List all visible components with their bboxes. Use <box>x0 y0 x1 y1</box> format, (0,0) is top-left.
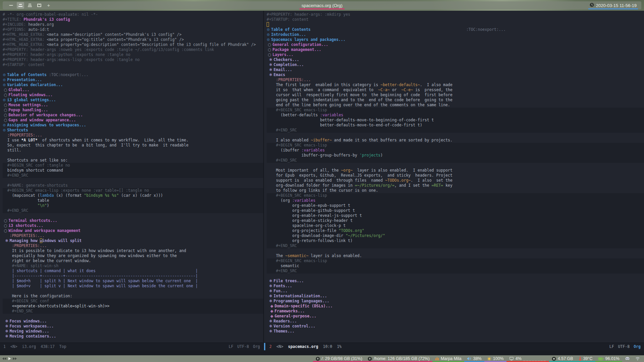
buffer-line[interactable]: So, expect this chapter to be a bit long… <box>3 143 263 148</box>
buffer-line[interactable]: for Epub exports, Github, Reveal.JS expo… <box>267 173 644 178</box>
right-buffer[interactable]: #+PROPERTY: header-args: :mkdirp yes#+ST… <box>264 11 644 343</box>
buffer-line[interactable]: :PROPERTIES:... <box>267 77 644 82</box>
buffer-line[interactable] <box>267 22 644 27</box>
buffer-line[interactable] <box>267 248 644 253</box>
buffer-line[interactable]: Shortcuts are set like so: <box>3 158 263 163</box>
buffer-line[interactable]: ibuffer-group-buffers-by 'projects) <box>267 153 644 158</box>
buffer-line[interactable]: ⊛ Variables declaration... <box>3 82 263 87</box>
workspace-button-三[interactable] <box>26 2 34 9</box>
buffer-line[interactable]: #+BEGIN_SRC conf <box>3 299 263 304</box>
left-modeline[interactable]: 1 <N> i3.org 438:17 Top LF UTF-8 Org <box>0 343 263 350</box>
buffer-line[interactable]: #+STARTUP: content <box>267 17 644 22</box>
buffer-line[interactable]: #+END_SRC <box>267 243 644 248</box>
network-module[interactable] <box>633 355 643 362</box>
buffer-line[interactable]: #+PROPERTY: header-args:python :exports … <box>3 52 263 57</box>
buffer-line[interactable]: right or below the current window. <box>3 258 263 263</box>
buffer-line[interactable]: ⊛ Assigning windows to workspaces... <box>3 123 263 128</box>
buffer-line[interactable]: #+TITLE: Phundrak's i3 config <box>3 17 263 22</box>
buffer-line[interactable]: ○ Window and workspace management <box>3 228 263 233</box>
buffer-line[interactable]: ✱ Emacs <box>267 72 644 77</box>
skip-forward-button[interactable] <box>13 357 17 360</box>
buffer-line[interactable]: The ~semantic~ layer is also enabled. <box>267 253 644 258</box>
buffer-line[interactable]: (ibuffer :variables <box>267 148 644 153</box>
buffer-line[interactable]: #+END_SRC <box>3 173 263 178</box>
buffer-line[interactable]: (better-defaults :variables <box>267 113 644 118</box>
buffer-line[interactable]: org-download-image-dir "~/Pictures/org/" <box>267 233 644 238</box>
buffer-line[interactable]: ○ Global... <box>3 87 263 93</box>
buffer-line[interactable] <box>3 314 263 319</box>
buffer-line[interactable]: org-projectile-file "TODOs.org" <box>267 228 644 233</box>
buffer-line[interactable] <box>267 133 644 138</box>
buffer-line[interactable]: "\n") <box>3 203 263 208</box>
buffer-line[interactable]: ✱ Managing how windows will split <box>3 238 263 243</box>
buffer-line[interactable]: end of the line before going over the en… <box>267 103 644 108</box>
buffer-line[interactable]: ✱ Email... <box>267 67 644 72</box>
buffer-line[interactable]: #+END_SRC <box>3 309 263 314</box>
buffer-line[interactable]: I use *A LOT* of shortcuts when it comes… <box>3 138 263 143</box>
buffer-line[interactable] <box>3 178 263 183</box>
buffer-line[interactable]: org-enable-github-support t <box>267 208 644 213</box>
workspace-button-+[interactable]: + <box>45 2 52 9</box>
buffer-line[interactable]: It is possible to indicate to i3 how win… <box>3 248 263 253</box>
buffer-line[interactable]: ⊛ Spacemacs layers and packages... <box>267 37 644 42</box>
buffer-line[interactable]: ○ Popup handling... <box>3 108 263 113</box>
buffer-line[interactable]: ○ General configuration... <box>267 42 644 47</box>
buffer-line[interactable]: ✱ Programming languages... <box>267 299 644 304</box>
buffer-line[interactable]: support is also enabled through files na… <box>267 178 644 183</box>
buffer-line[interactable]: The first layer enabled in this category… <box>267 82 644 87</box>
left-window[interactable]: # -*- org-confirm-babel-evaluate: nil -*… <box>0 11 263 350</box>
buffer-line[interactable]: <<generate-shortcuts(table=split-win-sh)… <box>3 304 263 309</box>
buffer-line[interactable]: ○ Package management... <box>267 47 644 52</box>
temperature-module[interactable]: 39°C <box>576 355 595 362</box>
buffer-line[interactable]: I also enabled ~ibuffer~ and made it so … <box>267 138 644 143</box>
buffer-line[interactable]: ✱ Version control... <box>267 324 644 329</box>
buffer-line[interactable]: ○ i3 shortcuts... <box>3 223 263 228</box>
buffer-line[interactable]: org-enable-epub-support t <box>267 203 644 208</box>
play-button[interactable] <box>8 357 11 360</box>
buffer-line[interactable]: #+END_SRC <box>267 158 644 163</box>
buffer-line[interactable]: ⊛ Introduction... <box>267 32 644 37</box>
buffer-line[interactable]: | $mod+v | split v | Next window to spaw… <box>3 284 263 289</box>
buffer-line[interactable]: ✱ Focus workspaces... <box>3 324 263 329</box>
buffer-line[interactable]: ✱ File trees... <box>267 279 644 284</box>
disk-module[interactable]: /: 29 GB/98 GB (31%) <box>313 355 365 362</box>
buffer-line[interactable]: (org :variables <box>267 198 644 203</box>
memory-module[interactable]: 4.57 GB <box>549 355 576 362</box>
buffer-line[interactable]: #+BEGIN_SRC emacs-lisp <box>267 258 644 263</box>
buffer-line[interactable]: #+END_SRC <box>3 208 263 213</box>
buffer-line[interactable]: ✱ Themes... <box>267 329 644 334</box>
buffer-line[interactable]: ✱ Fun... <box>267 289 644 294</box>
buffer-line[interactable]: | shortcuts | command | what it does | <box>3 268 263 274</box>
buffer-line[interactable]: :PROPERTIES:... <box>3 243 263 248</box>
buffer-line[interactable] <box>267 163 644 168</box>
buffer-line[interactable]: |-----------+---------+-----------------… <box>3 274 263 279</box>
buffer-line[interactable]: ✱ Checkers... <box>267 57 644 62</box>
buffer-line[interactable]: ✱ Completion... <box>267 62 644 67</box>
clock-module[interactable]: 2020-03-15 11-56-19 <box>588 1 638 9</box>
buffer-line[interactable]: ✱ Focus windows... <box>3 319 263 324</box>
buffer-line[interactable]: #+NAME: generate-shortcuts <box>3 183 263 188</box>
buffer-line[interactable]: ◆ Domain-specific (DSLs)... <box>267 304 644 309</box>
buffer-line[interactable]: especially how they are organized by spa… <box>3 253 263 258</box>
left-buffer[interactable]: # -*- org-confirm-babel-evaluate: nil -*… <box>0 11 263 343</box>
buffer-line[interactable]: org-return-follows-link t) <box>267 238 644 243</box>
disk-module[interactable]: /home: 126 GB/185 GB (72%) <box>365 355 432 362</box>
buffer-line[interactable]: #+OPTIONS: auto-id:t <box>3 27 263 32</box>
buffer-line[interactable]: #+END_SRC <box>267 268 644 274</box>
buffer-line[interactable]: ○ Gaps and window appearance... <box>3 118 263 123</box>
buffer-line[interactable]: #+BEGIN_SRC emacs-lisp :exports none :va… <box>3 188 263 193</box>
buffer-line[interactable]: #+HTML_HEAD_EXTRA: <meta property="og:ti… <box>3 37 263 42</box>
buffer-line[interactable]: (mapconcat (lambda (x) (format "bindsym … <box>3 193 263 198</box>
buffer-line[interactable]: ✱ Internationalization... <box>267 294 644 299</box>
music-module[interactable]: Marpa Mila <box>432 355 464 362</box>
buffer-line[interactable]: org-download folder for images in =~/Pic… <box>267 183 644 188</box>
battery-module[interactable]: 96.01% <box>595 355 622 362</box>
buffer-line[interactable]: Most important of all, the ~org~ layer i… <box>267 168 644 173</box>
cpu-module[interactable]: 4%________ <box>506 355 549 362</box>
buffer-line[interactable]: better-defaults-move-to-beginning-of-cod… <box>267 118 644 123</box>
buffer-line[interactable]: :PROPERTIES:... <box>3 233 263 238</box>
buffer-line[interactable]: still. <box>3 148 263 153</box>
buffer-line[interactable]: better-defaults-move-to-end-of-code-firs… <box>267 123 644 128</box>
buffer-line[interactable]: ○ Behavior of workspace changes... <box>3 113 263 118</box>
buffer-line[interactable] <box>3 67 263 72</box>
